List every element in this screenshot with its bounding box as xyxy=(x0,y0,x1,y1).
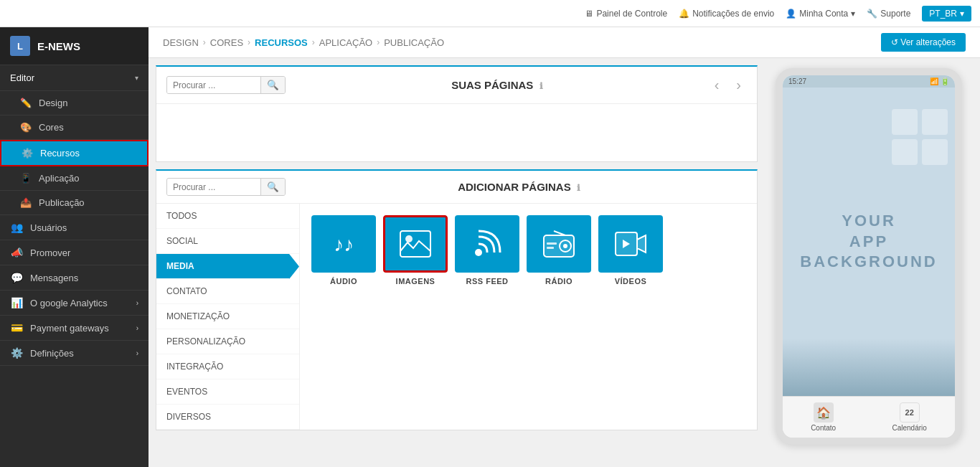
content-area: DESIGN › CORES › RECURSOS › APLICAÇÃO › … xyxy=(149,27,980,467)
breadcrumb-design[interactable]: DESIGN xyxy=(163,37,199,48)
prev-page-arrow[interactable]: ‹ xyxy=(709,74,725,96)
phone-bg-text: YOUR APP BACKGROUND xyxy=(800,211,937,273)
minha-conta-link[interactable]: 👤 Minha Conta ▾ xyxy=(786,9,855,19)
cat-social[interactable]: SOCIAL xyxy=(156,229,299,254)
tile-radio[interactable]: RÁDIO xyxy=(527,215,591,286)
radio-label: RÁDIO xyxy=(545,277,573,286)
tile-imagens[interactable]: IMAGENS xyxy=(383,215,448,286)
audio-label: ÁUDIO xyxy=(330,277,357,286)
svg-rect-1 xyxy=(400,231,430,257)
users-icon: 👥 xyxy=(10,222,23,233)
contato-icon: 🏠 xyxy=(814,402,834,423)
cat-eventos[interactable]: EVENTOS xyxy=(156,379,299,405)
phone-bottom-bar: 🏠 Contato 22 Calendário xyxy=(783,396,955,438)
cat-diversos[interactable]: DIVERSOS xyxy=(156,405,299,430)
pages-grid: ♪♪ ÁUDIO xyxy=(300,204,757,430)
design-icon: ✏️ xyxy=(20,98,32,108)
svg-rect-7 xyxy=(547,242,557,245)
next-page-arrow[interactable]: › xyxy=(730,74,747,96)
suas-paginas-header: 🔍 SUAS PÁGINAS ℹ ‹ › xyxy=(156,67,757,104)
breadcrumb-sep-4: › xyxy=(377,37,380,47)
suas-paginas-slider xyxy=(156,104,757,161)
breadcrumb-sep-1: › xyxy=(203,37,206,47)
notificacoes-link[interactable]: 🔔 Notificações de envio xyxy=(679,9,774,19)
suas-paginas-search-button[interactable]: 🔍 xyxy=(260,77,285,93)
adicionar-paginas-search-button[interactable]: 🔍 xyxy=(260,179,285,195)
imagens-icon xyxy=(383,215,448,273)
sidebar-item-recursos[interactable]: ⚙️ Recursos xyxy=(0,140,149,166)
painel-icon: 🖥 xyxy=(585,9,593,19)
editor-label: Editor xyxy=(10,72,34,83)
videos-label: VÍDEOS xyxy=(615,277,647,286)
app-name: E-NEWS xyxy=(37,40,80,52)
publish-icon: 📤 xyxy=(20,197,32,208)
settings-icon: ⚙️ xyxy=(10,347,23,359)
rss-icon xyxy=(455,215,519,273)
tile-audio[interactable]: ♪♪ ÁUDIO xyxy=(311,215,376,286)
suas-paginas-title: SUAS PÁGINAS ℹ xyxy=(291,79,703,91)
sidebar-item-promover[interactable]: 📣 Promover xyxy=(0,240,149,265)
svg-text:♪♪: ♪♪ xyxy=(334,233,354,255)
cat-contato[interactable]: CONTATO xyxy=(156,279,299,304)
cat-media[interactable]: MEDIA xyxy=(156,254,299,279)
promover-icon: 📣 xyxy=(10,247,23,258)
sidebar-item-publicacao[interactable]: 📤 Publicação xyxy=(0,191,149,215)
sidebar-item-mensagens[interactable]: 💬 Mensagens xyxy=(0,265,149,291)
sidebar-item-payment-gateways[interactable]: 💳 Payment gateways › xyxy=(0,316,149,341)
sidebar-section-editor[interactable]: Editor ▾ xyxy=(0,65,149,91)
tile-videos[interactable]: VÍDEOS xyxy=(598,215,663,286)
phone-box-1 xyxy=(892,109,918,135)
bell-icon: 🔔 xyxy=(679,9,689,19)
recursos-icon: ⚙️ xyxy=(22,148,33,159)
sidebar-item-google-analytics[interactable]: 📊 O google Analytics › xyxy=(0,291,149,316)
cat-integracao[interactable]: INTEGRAÇÃO xyxy=(156,354,299,379)
cat-monetizacao[interactable]: MONETIZAÇÃO xyxy=(156,304,299,329)
phone-frame: 15:27 📶 🔋 YOUR APP BACK xyxy=(776,68,962,445)
adicionar-paginas-search-input[interactable] xyxy=(167,179,260,195)
content-main: 🔍 SUAS PÁGINAS ℹ ‹ › xyxy=(149,58,980,467)
phone-box-3 xyxy=(892,139,918,165)
phone-signals: 📶 🔋 xyxy=(930,77,949,85)
logo-icon: L xyxy=(10,36,30,56)
svg-point-2 xyxy=(405,235,413,242)
phone-bottom-calendario: 22 Calendário xyxy=(892,402,926,432)
cat-todos[interactable]: TODOS xyxy=(156,204,299,229)
sidebar-item-design[interactable]: ✏️ Design xyxy=(0,91,149,115)
palette-icon: 🎨 xyxy=(20,122,32,133)
breadcrumb-publicacao[interactable]: PUBLICAÇÃO xyxy=(384,37,444,48)
sidebar-item-definicoes[interactable]: ⚙️ Definições › xyxy=(0,341,149,366)
sidebar-item-usuarios[interactable]: 👥 Usuários xyxy=(0,215,149,240)
chevron-down-icon: ▾ xyxy=(960,9,964,19)
breadcrumb-cores[interactable]: CORES xyxy=(210,37,243,48)
suporte-link[interactable]: 🔧 Suporte xyxy=(867,9,910,19)
phone-box-4 xyxy=(922,139,948,165)
videos-icon xyxy=(598,215,663,273)
ver-alteracoes-button[interactable]: ↺ Ver alterações xyxy=(881,33,966,52)
cat-personalizacao[interactable]: PERSONALIZAÇÃO xyxy=(156,329,299,354)
suas-paginas-search[interactable]: 🔍 xyxy=(166,76,286,94)
main-layout: L E-NEWS Editor ▾ ✏️ Design 🎨 Cores ⚙️ R… xyxy=(0,27,980,467)
chevron-right-icon: › xyxy=(136,299,138,307)
imagens-label: IMAGENS xyxy=(396,277,435,286)
breadcrumb-recursos[interactable]: RECURSOS xyxy=(255,37,308,48)
phone-bottom-contato: 🏠 Contato xyxy=(811,402,836,432)
adicionar-paginas-title: ADICIONAR PÁGINAS ℹ xyxy=(291,181,747,193)
painel-controle-link[interactable]: 🖥 Painel de Controle xyxy=(585,9,667,19)
calendario-icon: 22 xyxy=(900,402,920,423)
tile-rss-feed[interactable]: RSS FEED xyxy=(455,215,519,286)
topbar: 🖥 Painel de Controle 🔔 Notificações de e… xyxy=(0,0,980,27)
adicionar-paginas-search[interactable]: 🔍 xyxy=(166,178,286,196)
breadcrumb: DESIGN › CORES › RECURSOS › APLICAÇÃO › … xyxy=(149,27,980,58)
phone-box-2 xyxy=(922,109,948,135)
phone-bg-boxes xyxy=(892,109,948,165)
adicionar-paginas-header: 🔍 ADICIONAR PÁGINAS ℹ xyxy=(156,171,757,204)
breadcrumb-aplicacao[interactable]: APLICAÇÃO xyxy=(319,37,372,48)
sidebar-item-aplicacao[interactable]: 📱 Aplicação xyxy=(0,166,149,191)
support-icon: 🔧 xyxy=(867,9,877,19)
phone-preview-panel: 15:27 📶 🔋 YOUR APP BACK xyxy=(765,65,973,460)
chevron-down-icon: ▾ xyxy=(851,9,855,19)
language-selector[interactable]: PT_BR ▾ xyxy=(922,6,971,22)
audio-icon: ♪♪ xyxy=(311,215,376,273)
suas-paginas-search-input[interactable] xyxy=(167,77,260,93)
sidebar-item-cores[interactable]: 🎨 Cores xyxy=(0,115,149,140)
